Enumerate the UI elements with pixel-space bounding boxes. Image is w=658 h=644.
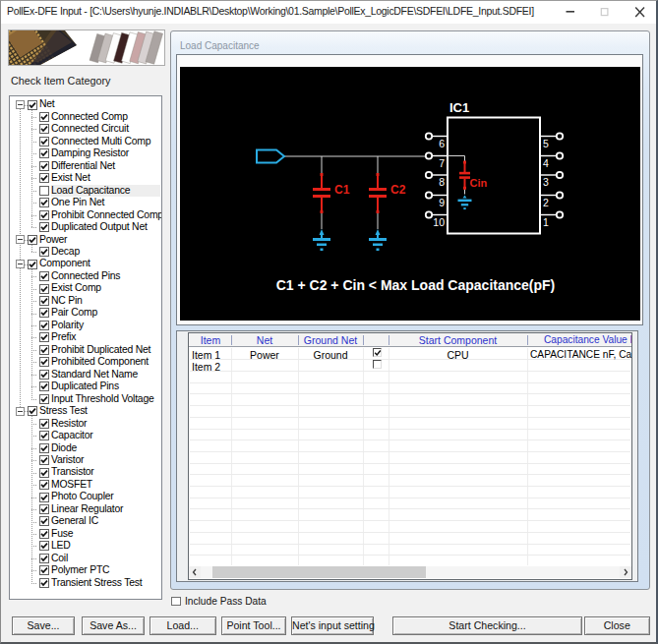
svg-text:IC1: IC1	[449, 100, 469, 115]
svg-text:3: 3	[543, 176, 549, 188]
svg-text:7: 7	[439, 157, 445, 169]
svg-text:8: 8	[439, 176, 445, 188]
svg-text:10: 10	[433, 216, 445, 228]
svg-text:6: 6	[439, 138, 445, 149]
svg-text:1: 1	[543, 216, 549, 228]
svg-text:C2: C2	[390, 183, 406, 197]
svg-text:Cin: Cin	[470, 177, 488, 189]
svg-text:C1 + C2 + Cin < Max Load Capac: C1 + C2 + Cin < Max Load Capacitance(pF)	[276, 277, 556, 293]
svg-text:9: 9	[439, 197, 445, 208]
svg-text:C1: C1	[334, 183, 350, 197]
svg-text:4: 4	[543, 157, 549, 169]
svg-text:5: 5	[543, 138, 549, 149]
svg-text:2: 2	[543, 197, 549, 208]
